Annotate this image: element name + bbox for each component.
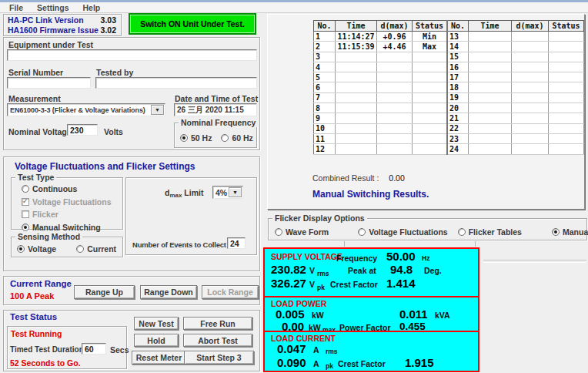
dropdown-arrow-icon[interactable]: ▼	[151, 105, 164, 115]
table-row[interactable]: 211:15:39+4.46Max14	[314, 42, 584, 52]
table-cell: 2	[314, 42, 336, 52]
firmware-issue-value: 3.02	[101, 25, 116, 35]
load-current-section: LOAD CURRENT 0.047 A rms 0.090 A pk Cres…	[265, 332, 478, 373]
switch-on-status-text: Switch ON Unit Under Test.	[140, 19, 245, 29]
frequency-label: Frequency	[336, 254, 377, 263]
table-cell	[512, 123, 549, 133]
table-cell	[512, 92, 549, 102]
nominal-voltage-input[interactable]	[67, 124, 98, 136]
abort-test-button[interactable]: Abort Test	[183, 334, 252, 347]
radio-option[interactable]: 50 Hz	[180, 133, 212, 143]
option-label: Flicker	[32, 210, 58, 219]
table-cell: 11:15:39	[336, 42, 377, 52]
serial-number-input[interactable]	[7, 77, 91, 89]
vrms-sub: rms	[317, 270, 329, 277]
table-header: Status	[549, 21, 584, 32]
table-cell: Max	[413, 42, 448, 52]
kva-unit: kVA	[435, 311, 450, 320]
option-label: Flicker Tables	[469, 227, 522, 237]
table-cell: 4	[314, 62, 336, 72]
table-row[interactable]: 111:14:27+0.96Min13	[314, 32, 584, 42]
table-row[interactable]: 517	[314, 72, 584, 82]
table-cell: 3	[314, 52, 336, 62]
test-type-options: ContinuousVoltage FluctuationsFlickerMan…	[22, 184, 111, 232]
table-header: d(max)	[512, 21, 549, 32]
radio-option[interactable]: 60 Hz	[221, 133, 252, 143]
tested-by-input[interactable]	[95, 77, 257, 89]
flicker-display-options: Wave FormVoltage FluctuationsFlicker Tab…	[275, 227, 588, 237]
table-cell: 7	[314, 92, 336, 102]
table-row[interactable]: 820	[314, 103, 584, 113]
radio-icon	[76, 245, 84, 253]
current-range-panel: Current Range 100 A Peak Range Up Range …	[3, 276, 260, 305]
radio-icon	[180, 134, 188, 142]
radio-option[interactable]: Continuous	[22, 184, 111, 193]
current-crest-label: Crest Factor	[338, 359, 386, 368]
table-cell	[413, 113, 448, 123]
radio-icon	[552, 228, 560, 236]
table-cell	[549, 52, 584, 62]
radio-option[interactable]: Manual Switching	[552, 227, 588, 237]
table-row[interactable]: 1224	[314, 144, 584, 154]
radio-option[interactable]: Flicker Tables	[458, 227, 522, 237]
checkbox-icon	[22, 210, 29, 218]
start-step-button[interactable]: Start Step 3	[184, 351, 254, 365]
table-header: Status	[413, 21, 448, 32]
radio-option[interactable]: Voltage	[17, 244, 56, 254]
range-down-button[interactable]: Range Down	[140, 285, 197, 299]
peak-at-unit: Deg.	[424, 266, 442, 275]
free-run-button[interactable]: Free Run	[183, 317, 252, 330]
table-cell: 12	[314, 144, 336, 154]
table-cell: +4.46	[377, 42, 413, 52]
table-cell	[336, 144, 377, 154]
table-cell	[377, 72, 413, 82]
radio-option[interactable]: Wave Form	[275, 227, 329, 237]
table-cell	[549, 32, 584, 42]
table-row[interactable]: 618	[314, 82, 584, 92]
option-label: Voltage Fluctuations	[32, 197, 111, 207]
option-label: Manual Switching	[563, 227, 588, 237]
reset-meter-button[interactable]: Reset Meter	[132, 351, 186, 365]
table-header: No.	[447, 21, 469, 32]
test-status-title: Test Status	[10, 312, 57, 321]
events-input[interactable]	[227, 237, 246, 249]
dropdown-arrow-icon[interactable]: ▼	[229, 187, 242, 197]
menu-file[interactable]: File	[2, 3, 30, 12]
radio-option[interactable]: Voltage Fluctuations	[358, 227, 447, 237]
table-row[interactable]: 1123	[314, 133, 584, 143]
nominal-frequency-group: Nominal Frequency 50 Hz60 Hz	[174, 123, 257, 148]
table-cell	[512, 133, 549, 143]
datetime-field[interactable]: 26 三月 2020 11:15	[174, 103, 257, 116]
radio-icon	[358, 228, 366, 236]
table-row[interactable]: 719	[314, 92, 584, 102]
equipment-input[interactable]	[7, 49, 257, 61]
peak-at-label: Peak at	[348, 266, 376, 275]
measurement-combo[interactable]: EN61000-3-3 (Flicker & Voltage Variation…	[7, 103, 165, 116]
table-cell	[336, 72, 377, 82]
table-cell	[549, 72, 584, 82]
table-cell	[469, 52, 512, 62]
table-row[interactable]: 416	[314, 62, 584, 72]
nominal-frequency-options: 50 Hz60 Hz	[180, 133, 253, 143]
table-row[interactable]: 1022	[314, 123, 584, 133]
radio-option[interactable]: Manual Switching	[22, 223, 111, 232]
dmax-limit-combo[interactable]: 4% ▼	[212, 186, 243, 199]
duration-input[interactable]	[82, 343, 106, 355]
hold-button[interactable]: Hold	[134, 334, 179, 347]
menu-help[interactable]: Help	[76, 3, 108, 12]
dmax-events-group: dmax Limit 4% ▼ Number of Events to Coll…	[125, 177, 257, 255]
checkbox-option: Flicker	[22, 210, 111, 219]
table-row[interactable]: 315	[314, 52, 584, 62]
apk-unit: A	[313, 359, 319, 368]
frequency-value: 50.00	[386, 250, 416, 263]
measurement-label: Measurement	[8, 94, 61, 103]
menu-settings[interactable]: Settings	[30, 3, 75, 12]
table-cell	[549, 144, 584, 154]
radio-option[interactable]: Current	[76, 244, 116, 254]
new-test-button[interactable]: New Test	[134, 317, 179, 330]
vpk-unit: V	[309, 280, 315, 289]
range-up-button[interactable]: Range Up	[74, 285, 135, 299]
equipment-label: Equipment under Test	[8, 40, 93, 49]
sensing-method-label: Sensing Method	[15, 232, 82, 241]
table-row[interactable]: 921	[314, 113, 584, 123]
